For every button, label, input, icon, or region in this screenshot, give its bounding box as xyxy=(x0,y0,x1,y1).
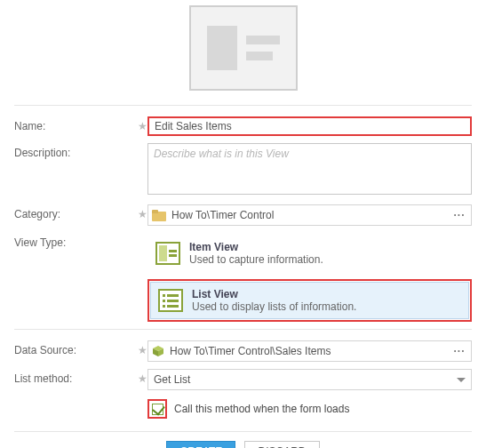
required-star: ★ xyxy=(137,116,147,132)
cube-icon xyxy=(152,345,164,357)
required-star: ★ xyxy=(137,340,147,356)
item-view-title: Item View xyxy=(189,241,323,253)
list-method-select[interactable]: Get List xyxy=(147,369,472,390)
discard-button[interactable]: DISCARD xyxy=(244,441,319,448)
data-source-value: How To\Timer Control\Sales Items xyxy=(170,345,446,357)
divider xyxy=(14,105,472,106)
description-input[interactable] xyxy=(147,143,472,195)
data-source-label: Data Source: xyxy=(14,340,137,356)
item-view-icon xyxy=(155,242,180,265)
category-value: How To\Timer Control xyxy=(171,209,446,221)
view-type-option-list-view[interactable]: List View Used to display lists of infor… xyxy=(150,282,469,319)
footer: CREATE DISCARD xyxy=(14,431,472,448)
ellipsis-icon[interactable]: ··· xyxy=(451,345,467,357)
document-lines-icon xyxy=(189,5,298,91)
field-list-method: List method: ★ Get List Call this method… xyxy=(14,369,472,419)
create-button[interactable]: CREATE xyxy=(166,441,235,448)
list-view-title: List View xyxy=(192,288,356,300)
call-on-load-checkbox[interactable] xyxy=(152,404,163,415)
item-view-subtitle: Used to capture information. xyxy=(189,253,323,266)
description-label: Description: xyxy=(14,143,137,159)
field-view-type: View Type: Item View Used to capture inf… xyxy=(14,233,472,322)
call-on-load-highlight xyxy=(147,399,167,419)
required-star: ★ xyxy=(137,204,147,220)
folder-icon xyxy=(152,210,166,221)
call-on-load-row: Call this method when the form loads xyxy=(147,399,472,419)
view-type-label: View Type: xyxy=(14,233,137,249)
chevron-down-icon xyxy=(457,378,466,382)
ellipsis-icon[interactable]: ··· xyxy=(451,209,467,221)
category-label: Category: xyxy=(14,204,137,220)
field-category: Category: ★ How To\Timer Control ··· xyxy=(14,204,472,226)
list-view-subtitle: Used to display lists of information. xyxy=(192,300,356,313)
data-source-picker[interactable]: How To\Timer Control\Sales Items ··· xyxy=(147,340,472,362)
divider xyxy=(14,329,472,330)
name-input[interactable] xyxy=(147,116,472,136)
call-on-load-label: Call this method when the form loads xyxy=(174,403,349,415)
field-data-source: Data Source: ★ How To\Timer Control\Sale… xyxy=(14,340,472,362)
category-picker[interactable]: How To\Timer Control ··· xyxy=(147,204,472,226)
view-type-option-item-view[interactable]: Item View Used to capture information. xyxy=(147,235,472,272)
list-view-icon xyxy=(158,289,183,312)
name-label: Name: xyxy=(14,116,137,132)
list-view-highlight: List View Used to display lists of infor… xyxy=(147,279,472,322)
form-container: Name: ★ Description: Category: ★ How To\… xyxy=(0,0,486,448)
field-name: Name: ★ xyxy=(14,116,472,136)
field-description: Description: xyxy=(14,143,472,197)
list-method-label: List method: xyxy=(14,369,137,385)
list-method-value: Get List xyxy=(154,373,457,386)
required-star: ★ xyxy=(137,369,147,385)
thumbnail-row xyxy=(14,0,472,100)
